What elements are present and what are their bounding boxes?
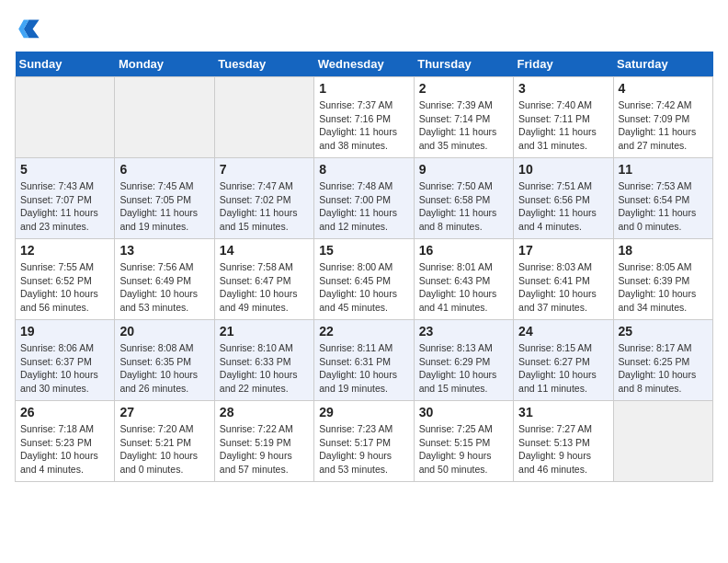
day-number: 19 — [20, 324, 109, 339]
calendar-day-cell: 26Sunrise: 7:18 AMSunset: 5:23 PMDayligh… — [16, 401, 115, 482]
day-number: 16 — [419, 243, 508, 258]
day-number: 7 — [220, 162, 309, 177]
day-info: Sunrise: 7:20 AMSunset: 5:21 PMDaylight:… — [119, 422, 209, 477]
day-number: 29 — [319, 405, 408, 419]
day-info: Sunrise: 7:58 AMSunset: 6:47 PMDaylight:… — [220, 260, 309, 315]
day-info: Sunrise: 8:00 AMSunset: 6:45 PMDaylight:… — [319, 260, 408, 315]
day-info: Sunrise: 7:40 AMSunset: 7:11 PMDaylight:… — [518, 98, 608, 153]
day-number: 24 — [518, 324, 608, 339]
day-number: 12 — [20, 243, 109, 258]
calendar-day-cell: 9Sunrise: 7:50 AMSunset: 6:58 PMDaylight… — [414, 158, 513, 239]
calendar-header-row: SundayMondayTuesdayWednesdayThursdayFrid… — [16, 52, 713, 77]
calendar-day-cell: 22Sunrise: 8:11 AMSunset: 6:31 PMDayligh… — [314, 320, 414, 401]
day-number: 20 — [119, 324, 209, 339]
day-header-thursday: Thursday — [414, 52, 513, 77]
calendar-week-row: 12Sunrise: 7:55 AMSunset: 6:52 PMDayligh… — [16, 239, 713, 320]
day-number: 27 — [119, 405, 209, 419]
day-number: 28 — [220, 405, 309, 419]
calendar-day-cell: 1Sunrise: 7:37 AMSunset: 7:16 PMDaylight… — [314, 77, 414, 158]
day-info: Sunrise: 8:10 AMSunset: 6:33 PMDaylight:… — [220, 341, 309, 396]
day-info: Sunrise: 8:03 AMSunset: 6:41 PMDaylight:… — [518, 260, 608, 315]
day-info: Sunrise: 7:37 AMSunset: 7:16 PMDaylight:… — [319, 98, 408, 153]
logo — [15, 15, 44, 40]
calendar-day-cell: 4Sunrise: 7:42 AMSunset: 7:09 PMDaylight… — [613, 77, 712, 158]
day-number: 22 — [319, 324, 408, 339]
calendar-week-row: 5Sunrise: 7:43 AMSunset: 7:07 PMDaylight… — [16, 158, 713, 239]
day-number: 2 — [419, 81, 508, 96]
calendar-day-cell: 30Sunrise: 7:25 AMSunset: 5:15 PMDayligh… — [414, 401, 513, 482]
day-header-wednesday: Wednesday — [314, 52, 414, 77]
day-info: Sunrise: 7:18 AMSunset: 5:23 PMDaylight:… — [20, 422, 109, 477]
day-info: Sunrise: 7:55 AMSunset: 6:52 PMDaylight:… — [20, 260, 109, 315]
calendar-day-cell: 7Sunrise: 7:47 AMSunset: 7:02 PMDaylight… — [214, 158, 313, 239]
calendar-week-row: 26Sunrise: 7:18 AMSunset: 5:23 PMDayligh… — [16, 401, 713, 482]
day-number: 8 — [319, 162, 408, 177]
day-info: Sunrise: 7:56 AMSunset: 6:49 PMDaylight:… — [119, 260, 209, 315]
day-number: 1 — [319, 81, 408, 96]
day-info: Sunrise: 7:50 AMSunset: 6:58 PMDaylight:… — [419, 179, 508, 234]
day-info: Sunrise: 7:39 AMSunset: 7:14 PMDaylight:… — [419, 98, 508, 153]
day-number: 10 — [518, 162, 608, 177]
calendar-day-cell: 15Sunrise: 8:00 AMSunset: 6:45 PMDayligh… — [314, 239, 414, 320]
day-info: Sunrise: 8:17 AMSunset: 6:25 PMDaylight:… — [619, 341, 708, 396]
day-info: Sunrise: 8:08 AMSunset: 6:35 PMDaylight:… — [119, 341, 209, 396]
calendar-day-cell — [613, 401, 712, 482]
day-header-monday: Monday — [115, 52, 214, 77]
calendar-day-cell: 18Sunrise: 8:05 AMSunset: 6:39 PMDayligh… — [613, 239, 712, 320]
calendar-week-row: 19Sunrise: 8:06 AMSunset: 6:37 PMDayligh… — [16, 320, 713, 401]
calendar-day-cell: 12Sunrise: 7:55 AMSunset: 6:52 PMDayligh… — [16, 239, 115, 320]
calendar-day-cell: 6Sunrise: 7:45 AMSunset: 7:05 PMDaylight… — [115, 158, 214, 239]
calendar-day-cell: 28Sunrise: 7:22 AMSunset: 5:19 PMDayligh… — [214, 401, 313, 482]
day-number: 4 — [619, 81, 708, 96]
day-number: 21 — [220, 324, 309, 339]
day-number: 23 — [419, 324, 508, 339]
day-info: Sunrise: 8:13 AMSunset: 6:29 PMDaylight:… — [419, 341, 508, 396]
day-info: Sunrise: 7:42 AMSunset: 7:09 PMDaylight:… — [619, 98, 708, 153]
day-number: 30 — [419, 405, 508, 419]
calendar-day-cell — [115, 77, 214, 158]
calendar-day-cell: 19Sunrise: 8:06 AMSunset: 6:37 PMDayligh… — [16, 320, 115, 401]
day-info: Sunrise: 7:27 AMSunset: 5:13 PMDaylight:… — [518, 422, 608, 477]
day-number: 6 — [119, 162, 209, 177]
day-number: 11 — [619, 162, 708, 177]
day-info: Sunrise: 7:47 AMSunset: 7:02 PMDaylight:… — [220, 179, 309, 234]
day-info: Sunrise: 7:45 AMSunset: 7:05 PMDaylight:… — [119, 179, 209, 234]
day-info: Sunrise: 7:43 AMSunset: 7:07 PMDaylight:… — [20, 179, 109, 234]
day-info: Sunrise: 7:25 AMSunset: 5:15 PMDaylight:… — [419, 422, 508, 477]
day-number: 14 — [220, 243, 309, 258]
day-number: 18 — [619, 243, 708, 258]
calendar-day-cell: 14Sunrise: 7:58 AMSunset: 6:47 PMDayligh… — [214, 239, 313, 320]
day-number: 13 — [119, 243, 209, 258]
calendar-day-cell: 20Sunrise: 8:08 AMSunset: 6:35 PMDayligh… — [115, 320, 214, 401]
calendar-day-cell: 31Sunrise: 7:27 AMSunset: 5:13 PMDayligh… — [514, 401, 613, 482]
calendar-table: SundayMondayTuesdayWednesdayThursdayFrid… — [15, 52, 713, 482]
day-header-tuesday: Tuesday — [214, 52, 313, 77]
day-number: 3 — [518, 81, 608, 96]
calendar-day-cell: 21Sunrise: 8:10 AMSunset: 6:33 PMDayligh… — [214, 320, 313, 401]
day-number: 17 — [518, 243, 608, 258]
day-info: Sunrise: 7:23 AMSunset: 5:17 PMDaylight:… — [319, 422, 408, 477]
calendar-day-cell — [214, 77, 313, 158]
day-header-sunday: Sunday — [16, 52, 115, 77]
day-info: Sunrise: 7:48 AMSunset: 7:00 PMDaylight:… — [319, 179, 408, 234]
day-info: Sunrise: 8:06 AMSunset: 6:37 PMDaylight:… — [20, 341, 109, 396]
calendar-day-cell: 3Sunrise: 7:40 AMSunset: 7:11 PMDaylight… — [514, 77, 613, 158]
day-number: 15 — [319, 243, 408, 258]
day-number: 25 — [619, 324, 708, 339]
calendar-day-cell: 17Sunrise: 8:03 AMSunset: 6:41 PMDayligh… — [514, 239, 613, 320]
day-number: 31 — [518, 405, 608, 419]
day-info: Sunrise: 7:53 AMSunset: 6:54 PMDaylight:… — [619, 179, 708, 234]
calendar-day-cell: 10Sunrise: 7:51 AMSunset: 6:56 PMDayligh… — [514, 158, 613, 239]
calendar-day-cell: 11Sunrise: 7:53 AMSunset: 6:54 PMDayligh… — [613, 158, 712, 239]
calendar-day-cell: 24Sunrise: 8:15 AMSunset: 6:27 PMDayligh… — [514, 320, 613, 401]
day-header-saturday: Saturday — [613, 52, 712, 77]
day-info: Sunrise: 8:11 AMSunset: 6:31 PMDaylight:… — [319, 341, 408, 396]
day-header-friday: Friday — [514, 52, 613, 77]
calendar-day-cell: 23Sunrise: 8:13 AMSunset: 6:29 PMDayligh… — [414, 320, 513, 401]
calendar-day-cell: 25Sunrise: 8:17 AMSunset: 6:25 PMDayligh… — [613, 320, 712, 401]
day-info: Sunrise: 8:05 AMSunset: 6:39 PMDaylight:… — [619, 260, 708, 315]
day-number: 26 — [20, 405, 109, 419]
day-info: Sunrise: 8:01 AMSunset: 6:43 PMDaylight:… — [419, 260, 508, 315]
day-number: 9 — [419, 162, 508, 177]
calendar-day-cell: 5Sunrise: 7:43 AMSunset: 7:07 PMDaylight… — [16, 158, 115, 239]
